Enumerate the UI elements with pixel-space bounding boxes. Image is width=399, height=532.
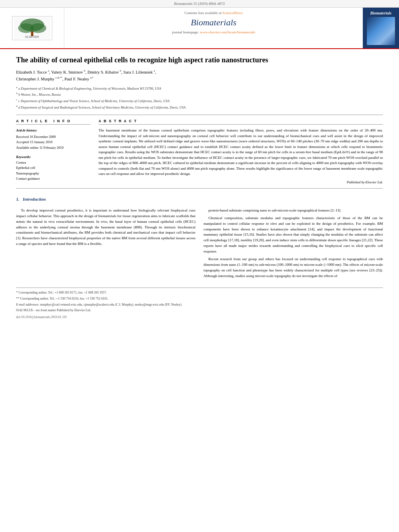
biomaterials-badge: Biomaterials — [367, 11, 395, 45]
journal-volume-info: Biomaterials 31 (2010) 4064–4072 — [174, 2, 225, 6]
author-super-b1: b — [84, 69, 86, 72]
history-label: Article history: — [16, 128, 90, 134]
affil-b: b b Woxter, Inc., Moscow, Russia — [16, 91, 383, 97]
journal-title: Biomaterials — [72, 17, 355, 28]
keywords-label: Keywords: — [16, 155, 90, 159]
abstract-heading: A B S T R A C T — [99, 119, 383, 125]
affil-d: d d Department of Surgical and Radiologi… — [16, 104, 383, 110]
divider-before-intro — [16, 188, 383, 189]
email-label: E-mail addresses: — [16, 303, 39, 306]
article-info-heading: A R T I C L E I N F O — [16, 119, 90, 125]
keywords-section: Keywords: Cornea Epithelial cell Nanotop… — [16, 155, 90, 182]
badge-image — [367, 17, 395, 45]
intro-body-cols: To develop improved corneal prosthetics,… — [16, 208, 383, 281]
footnotes: * Corresponding author. Tel.: +1 608 265… — [16, 288, 383, 320]
main-content: The ability of corneal epithelial cells … — [0, 49, 399, 327]
article-history: Article history: Received 16 December 20… — [16, 128, 90, 150]
accepted-date: Accepted 15 January 2010 — [16, 140, 90, 145]
author-super-a: a — [48, 69, 49, 72]
affil-a: a a Department of Chemical & Biological … — [16, 85, 383, 91]
author-super-a2: a — [154, 69, 155, 72]
elsevier-tree-logo: ELSEVIER — [12, 16, 52, 40]
published-by: Published by Elsevier Ltd. — [99, 180, 383, 184]
affil-c: c c Department of Ophthalmology and Visi… — [16, 98, 383, 104]
available-online: Available online 11 February 2010 — [16, 145, 90, 151]
affiliations: a a Department of Chemical & Biological … — [16, 85, 383, 110]
footnote-copyright: 0142-9612/$ – see front matter Published… — [16, 308, 383, 313]
intro-right-para-1: protein-based substrate comprising nano … — [204, 208, 383, 214]
homepage-link[interactable]: www.elsevier.com/locate/biomaterials — [200, 30, 255, 34]
intro-right-para-2: Chemical composition, substrate modulus … — [204, 216, 383, 255]
footnote-star1: * Corresponding author. Tel.: +1 608 265… — [16, 290, 383, 296]
introduction-section: 1. Introduction To develop improved corn… — [16, 197, 383, 281]
article-info-col: A R T I C L E I N F O Article history: R… — [16, 119, 90, 184]
author-super-a3: a,* — [90, 76, 93, 79]
abstract-col: A B S T R A C T The basement membrane of… — [99, 119, 383, 184]
intro-title: 1. Introduction — [16, 197, 383, 201]
top-bar: Biomaterials 31 (2010) 4064–4072 — [0, 0, 399, 8]
keyword-contact-guidance: Contact guidance — [16, 176, 90, 182]
journal-header-center: Contents lists available at ScienceDirec… — [64, 8, 363, 48]
keyword-nanotopography: Nanotopography — [16, 171, 90, 177]
elsevier-logo-area: ELSEVIER — [0, 8, 64, 48]
keyword-epithelial: Epithelial cell — [16, 165, 90, 171]
elsevier-logo: ELSEVIER — [12, 16, 52, 40]
footnote-doi: doi:10.1016/j.biomaterials.2010.01.101 — [16, 315, 383, 320]
received-date: Received 16 December 2009 — [16, 134, 90, 140]
journal-header: ELSEVIER Contents lists available at Sci… — [0, 8, 399, 49]
intro-right-para-3: Recent research from our group and other… — [204, 257, 383, 279]
science-direct-link[interactable]: ScienceDirect — [222, 11, 243, 15]
article-title: The ability of corneal epithelial cells … — [16, 55, 383, 65]
article-info-abstract-cols: A R T I C L E I N F O Article history: R… — [16, 119, 383, 184]
keyword-cornea: Cornea — [16, 160, 90, 166]
footnote-star2: ** Corresponding author. Tel.: +1 530 75… — [16, 296, 383, 302]
page-container: Biomaterials 31 (2010) 4064–4072 ELSEVIE… — [0, 0, 399, 327]
journal-badge-area: Biomaterials — [363, 8, 399, 48]
author-super-b2: b — [120, 69, 121, 72]
intro-left-col: To develop improved corneal prosthetics,… — [16, 208, 195, 281]
journal-homepage: journal homepage: www.elsevier.com/locat… — [72, 30, 355, 34]
svg-text:ELSEVIER: ELSEVIER — [25, 35, 39, 38]
contents-line: Contents lists available at ScienceDirec… — [72, 11, 355, 15]
footnote-emails: E-mail addresses: murphyc@corl.vetmed.wi… — [16, 302, 383, 308]
email-addresses: murphyc@corl.vetmed.wisc.edu, cjmurphy@u… — [40, 303, 182, 306]
abstract-text: The basement membrane of the human corne… — [99, 128, 383, 177]
intro-right-col: protein-based substrate comprising nano … — [204, 208, 383, 281]
author-super-cd: c,d,** — [56, 76, 62, 79]
authors-line: Elizabeth J. Tocce a, Valery K. Smirnov … — [16, 69, 383, 82]
intro-left-para: To develop improved corneal prosthetics,… — [16, 208, 195, 247]
divider-after-affiliations — [16, 115, 383, 115]
